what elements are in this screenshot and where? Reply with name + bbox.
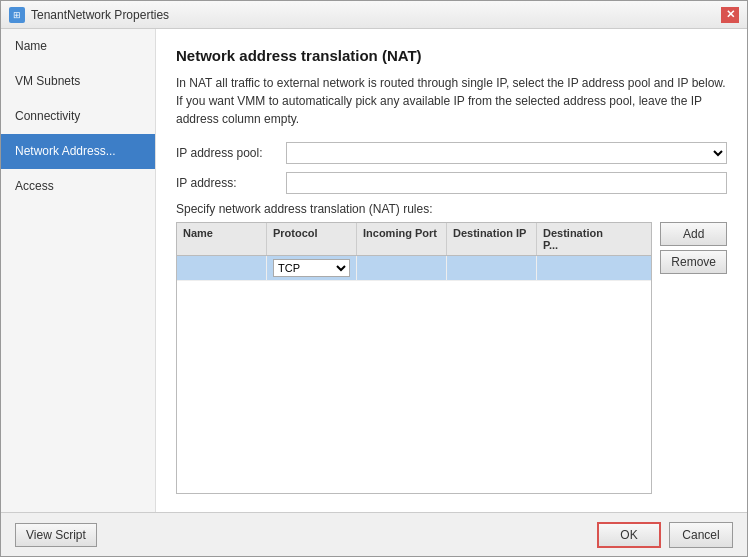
titlebar: ⊞ TenantNetwork Properties ✕ [1,1,747,29]
table-area: Name Protocol Incoming Port Destination … [176,222,727,494]
cell-protocol[interactable]: TCP UDP [267,256,357,280]
cell-incoming-port [357,256,447,280]
sidebar-item-network-address[interactable]: Network Address... [1,134,155,169]
ip-pool-select[interactable] [286,142,727,164]
add-button[interactable]: Add [660,222,727,246]
table-body: TCP UDP [177,256,651,493]
ok-button[interactable]: OK [597,522,661,548]
table-action-buttons: Add Remove [660,222,727,494]
footer-right: OK Cancel [597,522,733,548]
cell-name [177,256,267,280]
close-button[interactable]: ✕ [721,7,739,23]
cancel-button[interactable]: Cancel [669,522,733,548]
description-text: In NAT all traffic to external network i… [176,74,727,128]
remove-button[interactable]: Remove [660,250,727,274]
footer: View Script OK Cancel [1,512,747,556]
sidebar-item-vm-subnets[interactable]: VM Subnets [1,64,155,99]
col-header-incoming-port: Incoming Port [357,223,447,255]
window-title: TenantNetwork Properties [31,8,169,22]
col-header-destination-ip: Destination IP [447,223,537,255]
col-header-name: Name [177,223,267,255]
table-row[interactable]: TCP UDP [177,256,651,281]
col-header-destination-p: Destination P... [537,223,627,255]
col-header-protocol: Protocol [267,223,357,255]
sidebar: Name VM Subnets Connectivity Network Add… [1,29,156,512]
nat-rules-table: Name Protocol Incoming Port Destination … [176,222,652,494]
ip-address-row: IP address: [176,172,727,194]
nat-rules-label: Specify network address translation (NAT… [176,202,727,216]
sidebar-item-name[interactable]: Name [1,29,155,64]
titlebar-left: ⊞ TenantNetwork Properties [9,7,169,23]
view-script-button[interactable]: View Script [15,523,97,547]
ip-pool-row: IP address pool: [176,142,727,164]
protocol-select[interactable]: TCP UDP [273,259,350,277]
window-body: Name VM Subnets Connectivity Network Add… [1,29,747,512]
window-icon: ⊞ [9,7,25,23]
main-content: Network address translation (NAT) In NAT… [156,29,747,512]
table-header: Name Protocol Incoming Port Destination … [177,223,651,256]
ip-address-input[interactable] [286,172,727,194]
sidebar-item-connectivity[interactable]: Connectivity [1,99,155,134]
main-window: ⊞ TenantNetwork Properties ✕ Name VM Sub… [0,0,748,557]
ip-pool-label: IP address pool: [176,146,286,160]
cell-destination-ip [447,256,537,280]
cell-destination-p [537,256,627,280]
sidebar-item-access[interactable]: Access [1,169,155,204]
ip-address-label: IP address: [176,176,286,190]
section-title: Network address translation (NAT) [176,47,727,64]
